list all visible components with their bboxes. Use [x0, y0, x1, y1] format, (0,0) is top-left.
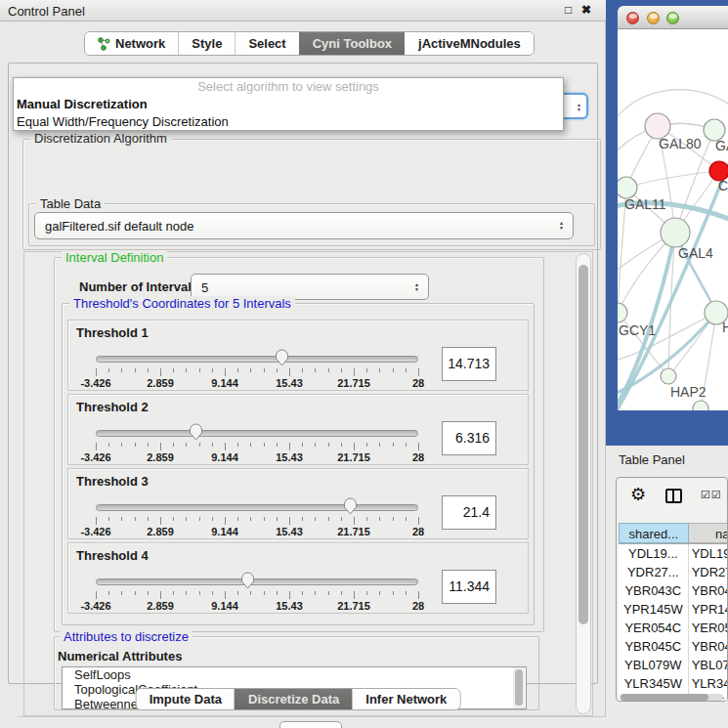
node-label-ga: GA — [715, 138, 728, 153]
node-label-c: C — [718, 178, 728, 193]
cell-shared-name[interactable]: YBR045C — [619, 637, 689, 656]
slider-track[interactable] — [96, 356, 418, 363]
tab-infer-network[interactable]: Infer Network — [352, 689, 459, 709]
slider-track[interactable] — [96, 578, 418, 585]
threshold-label: Threshold 2 — [76, 400, 149, 414]
cell-name[interactable]: YPR14 — [689, 600, 728, 619]
select-columns-icon[interactable]: ☑☑ — [701, 489, 722, 501]
table-row[interactable]: YER054CYER05 — [619, 619, 728, 637]
cell-name[interactable]: YER05 — [689, 619, 728, 637]
column-header-name[interactable]: name — [689, 523, 728, 543]
settings-vertical-scrollbar[interactable] — [576, 253, 591, 714]
threshold-slider[interactable] — [96, 421, 418, 441]
slider-track[interactable] — [96, 430, 418, 437]
tab-cyni-toolbox[interactable]: Cyni Toolbox — [299, 32, 405, 55]
threshold-value-field[interactable]: 14.713 — [442, 347, 496, 381]
cell-name[interactable]: YLR34 — [689, 674, 728, 693]
tab-jactivemnodules[interactable]: jActiveMNodules — [405, 32, 534, 55]
tab-label: Network — [115, 36, 165, 51]
apply-button[interactable]: Apply — [279, 721, 342, 728]
network-view-window: GAL80GACGAL11GAL4GCY1HHAP2 — [606, 0, 728, 446]
tab-label: Discretize Data — [248, 692, 339, 707]
menu-item-manual-discretization[interactable]: Manual Discretization — [14, 96, 563, 113]
attributes-list-scrollbar[interactable] — [513, 667, 525, 708]
cell-shared-name[interactable]: YPR145W — [619, 600, 689, 619]
cell-name[interactable]: YBR04 — [689, 637, 728, 656]
control-panel: Control Panel □ ✖ NetworkStyleSelectCyni… — [0, 0, 606, 728]
slider-track[interactable] — [96, 504, 418, 511]
settings-scrollbar-thumb[interactable] — [578, 265, 588, 624]
zoom-traffic-light-icon[interactable] — [666, 12, 679, 24]
cell-shared-name[interactable]: YDR27... — [619, 563, 689, 581]
slider-tick-labels: -3.4262.8599.14415.4321.71528 — [96, 451, 418, 463]
menu-item-equal-width-frequency[interactable]: Equal Width/Frequency Discretization — [14, 113, 563, 131]
threshold-value-field[interactable]: 11.344 — [442, 570, 496, 604]
column-layout-icon[interactable] — [665, 489, 682, 503]
network-node-hap2[interactable] — [661, 368, 676, 384]
slider-thumb[interactable] — [189, 422, 203, 441]
close-traffic-light-icon[interactable] — [626, 12, 639, 24]
cell-name[interactable]: YDL19 — [689, 544, 728, 563]
slider-thumb[interactable] — [240, 571, 255, 589]
threshold-label: Threshold 1 — [76, 325, 149, 340]
tab-style[interactable]: Style — [178, 32, 235, 55]
table-row[interactable]: YLR345WYLR34 — [619, 674, 728, 693]
minimize-traffic-light-icon[interactable] — [647, 12, 660, 24]
threshold-slider[interactable] — [96, 347, 418, 366]
node-label-gal11: GAL11 — [624, 196, 666, 212]
tab-discretize-data[interactable]: Discretize Data — [235, 689, 352, 709]
column-header-shared-name[interactable]: shared... — [619, 523, 689, 543]
close-icon[interactable]: ✖ — [581, 3, 591, 17]
top-tab-bar: NetworkStyleSelectCyni ToolboxjActiveMNo… — [84, 31, 535, 56]
tab-select[interactable]: Select — [235, 32, 298, 55]
algorithm-combobox-focused[interactable]: ▲▼ — [562, 93, 588, 119]
cell-name[interactable]: YBR04 — [689, 581, 728, 600]
cell-shared-name[interactable]: YDL19... — [619, 544, 689, 563]
threshold-slider[interactable] — [96, 495, 418, 515]
attribute-list-item[interactable]: SelfLoops — [63, 667, 526, 682]
table-header-row: shared... name — [619, 523, 728, 544]
gear-icon[interactable]: ⚙ — [630, 486, 646, 503]
table-horizontal-scrollbar[interactable] — [620, 694, 723, 701]
cell-name[interactable]: YDR27 — [689, 563, 728, 581]
tab-network[interactable]: Network — [85, 32, 178, 55]
slider-tick-labels: -3.4262.8599.14415.4321.71528 — [96, 600, 418, 612]
network-node-node-bottom[interactable] — [693, 401, 708, 410]
cell-shared-name[interactable]: YBR043C — [619, 581, 689, 600]
bottom-tab-bar: Impute DataDiscretize DataInfer Network — [136, 688, 461, 710]
slider-ticks — [96, 368, 418, 376]
threshold-slider[interactable] — [96, 570, 418, 589]
table-row[interactable]: YDL19...YDL19 — [619, 544, 728, 563]
cell-shared-name[interactable]: YER054C — [619, 619, 689, 637]
network-node-gal11[interactable] — [618, 177, 637, 198]
float-window-icon[interactable]: □ — [565, 3, 572, 17]
threshold-value-field[interactable]: 21.4 — [442, 495, 496, 530]
table-hscrollbar-thumb[interactable] — [621, 694, 708, 701]
cell-name[interactable]: YBL07 — [689, 656, 728, 674]
table-row[interactable]: YBR045CYBR04 — [619, 637, 728, 656]
network-canvas[interactable]: GAL80GACGAL11GAL4GCY1HHAP2 — [618, 29, 728, 410]
table-data-combobox[interactable]: galFiltered.sif default node ▲▼ — [34, 212, 574, 239]
slider-tick-labels: -3.4262.8599.14415.4321.71528 — [96, 377, 418, 389]
tab-impute-data[interactable]: Impute Data — [137, 689, 235, 709]
threshold-panel-4: Threshold 4-3.4262.8599.14415.4321.71528… — [67, 542, 529, 614]
threshold-value-field[interactable]: 6.316 — [442, 421, 496, 455]
table-row[interactable]: YBR043CYBR04 — [619, 581, 728, 600]
table-row[interactable]: YPR145WYPR14 — [619, 600, 728, 619]
attributes-scrollbar-thumb[interactable] — [515, 669, 523, 706]
slider-ticks — [96, 591, 418, 599]
table-row[interactable]: YDR27...YDR27 — [619, 563, 728, 581]
network-graph: GAL80GACGAL11GAL4GCY1HHAP2 — [618, 29, 728, 410]
cell-shared-name[interactable]: YBL079W — [619, 656, 689, 674]
network-node-gal4[interactable] — [661, 218, 690, 247]
threshold-panel-1: Threshold 1-3.4262.8599.14415.4321.71528… — [67, 320, 529, 391]
apply-strip: Apply — [18, 716, 606, 728]
threshold-panel-2: Threshold 2-3.4262.8599.14415.4321.71528… — [67, 394, 529, 465]
cell-shared-name[interactable]: YLR345W — [619, 674, 689, 693]
slider-thumb[interactable] — [275, 348, 289, 366]
table-row[interactable]: YBL079WYBL07 — [619, 656, 728, 674]
slider-thumb[interactable] — [343, 496, 358, 515]
node-label-h: H — [722, 320, 728, 335]
network-node-gcy1[interactable] — [618, 303, 627, 322]
threshold-label: Threshold 4 — [76, 548, 149, 563]
